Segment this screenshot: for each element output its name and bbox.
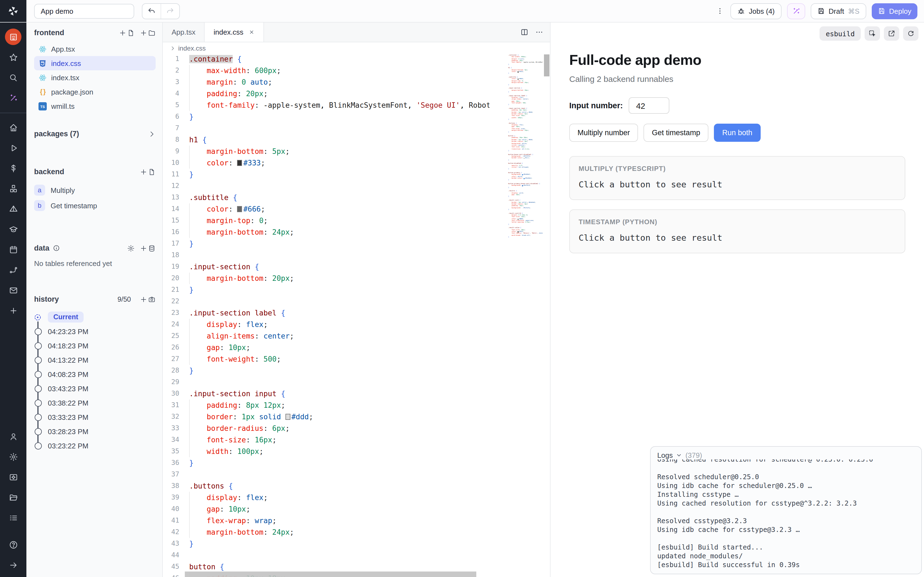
runs-item[interactable]: [5, 140, 21, 156]
runtime-badge[interactable]: esbuild: [820, 26, 861, 41]
line-number: 39: [163, 492, 187, 503]
file-item-index.css[interactable]: index.css: [34, 56, 156, 70]
home-item[interactable]: [5, 119, 21, 136]
code-line: 35 width: 100px;: [163, 446, 489, 457]
timeline-circle-icon: [35, 399, 42, 406]
code-area[interactable]: 1.container {2 max-width: 600px;3 margin…: [163, 53, 550, 577]
history-current-row[interactable]: Current: [34, 310, 156, 324]
timeline-circle-icon: [35, 428, 42, 435]
line-number: 45: [163, 561, 187, 572]
vertical-scrollbar[interactable]: [544, 55, 549, 76]
line-number: 25: [163, 330, 187, 342]
line-number: 46: [163, 572, 187, 577]
history-entry[interactable]: 04:18:23 PM: [34, 338, 156, 353]
minimap[interactable]: .container { max-width: 600px; margin: 0…: [508, 53, 543, 577]
file-item-App.tsx[interactable]: App.tsx: [34, 42, 156, 56]
triggers-item[interactable]: [5, 201, 21, 217]
packages-expand-button[interactable]: [148, 130, 156, 138]
search-item[interactable]: [5, 69, 21, 86]
line-number: 6: [163, 111, 187, 122]
add-file-button[interactable]: [119, 29, 135, 37]
deploy-button[interactable]: Deploy: [871, 3, 918, 19]
log-line: [esbuild] Build successful in 0.39s: [657, 561, 915, 569]
jobs-button[interactable]: Jobs (4): [730, 3, 781, 19]
horizontal-scrollbar[interactable]: [185, 572, 476, 577]
code-line: 11}: [163, 169, 489, 180]
tab-App.tsx[interactable]: App.tsx: [163, 22, 205, 42]
run-both-button[interactable]: Run both: [714, 124, 761, 142]
get-timestamp-button[interactable]: Get timestamp: [644, 124, 709, 142]
inbox-item[interactable]: [5, 282, 21, 298]
favorites-item[interactable]: [5, 49, 21, 65]
snapshot-button[interactable]: [140, 295, 156, 303]
variables-item[interactable]: [5, 160, 21, 176]
logs-header[interactable]: Logs (379): [657, 451, 915, 459]
create-item[interactable]: [5, 302, 21, 319]
input-number-field[interactable]: 42: [629, 97, 670, 114]
workers-item[interactable]: [5, 469, 21, 485]
history-entry[interactable]: 03:23:22 PM: [34, 438, 156, 453]
redo-button[interactable]: [161, 3, 179, 18]
editor-tabbar: App.tsxindex.css: [163, 22, 550, 42]
backend-item-multiply[interactable]: aMultiply: [34, 182, 156, 198]
app-editor-item[interactable]: [5, 29, 21, 45]
file-item-package.json[interactable]: { }package.json: [34, 85, 156, 99]
settings-item[interactable]: [5, 448, 21, 465]
code-line: 6}: [163, 111, 489, 122]
resources-item[interactable]: [5, 180, 21, 197]
folders-item[interactable]: [5, 489, 21, 506]
windmill-logo[interactable]: [0, 0, 26, 22]
account-item[interactable]: [5, 428, 21, 445]
history-entry[interactable]: 03:33:23 PM: [34, 410, 156, 424]
close-icon[interactable]: [248, 29, 254, 35]
dashed-circle-icon: [34, 313, 42, 321]
select-mode-button[interactable]: [864, 26, 880, 41]
file-name: package.json: [51, 88, 93, 96]
schedules-item[interactable]: [5, 241, 21, 258]
wand-icon: [792, 7, 800, 15]
line-number: 24: [163, 319, 187, 330]
history-entry[interactable]: 03:43:23 PM: [34, 381, 156, 396]
history-entry[interactable]: 03:38:22 PM: [34, 396, 156, 410]
tab-label: App.tsx: [171, 28, 195, 36]
audit-logs-item[interactable]: [5, 509, 21, 526]
history-entry[interactable]: 03:28:23 PM: [34, 424, 156, 438]
add-table-button[interactable]: [140, 244, 156, 252]
history-entry[interactable]: 04:13:22 PM: [34, 353, 156, 367]
open-external-button[interactable]: [884, 26, 899, 41]
log-line: Installing csstype …: [657, 490, 915, 499]
code-line: 20 margin-bottom: 20px;: [163, 272, 489, 284]
file-item-index.tsx[interactable]: index.tsx: [34, 70, 156, 85]
refresh-button[interactable]: [903, 26, 919, 41]
timeline-circle-icon: [35, 356, 42, 364]
split-editor-button[interactable]: [520, 28, 528, 36]
history-entry[interactable]: 04:23:23 PM: [34, 324, 156, 338]
redo-icon: [166, 7, 174, 15]
app-name-input[interactable]: App demo: [34, 3, 134, 18]
logs-body: Using cached resolution for scheduler@ 0…: [657, 459, 915, 569]
draft-button[interactable]: Draft ⌘S: [811, 3, 866, 19]
log-line: Using idb cache for scheduler@0.25.0 …: [657, 481, 915, 490]
add-folder-button[interactable]: [140, 29, 156, 37]
backend-item-get-timestamp[interactable]: bGet timestamp: [34, 198, 156, 213]
history-entry[interactable]: 04:08:23 PM: [34, 367, 156, 381]
collapse-item[interactable]: [5, 557, 21, 573]
file-item-wmill.ts[interactable]: TSwmill.ts: [34, 99, 156, 113]
code-line: 28}: [163, 365, 489, 376]
chevron-down-icon: [676, 452, 682, 458]
breadcrumb[interactable]: index.css: [163, 42, 550, 54]
learn-item[interactable]: [5, 221, 21, 237]
ai-item[interactable]: [5, 90, 21, 106]
editor-more-button[interactable]: [535, 28, 543, 36]
more-menu-button[interactable]: [715, 6, 725, 15]
ai-assistant-button[interactable]: [787, 3, 805, 19]
add-runnable-button[interactable]: [140, 168, 156, 176]
help-item[interactable]: [5, 536, 21, 553]
flows-item[interactable]: [5, 261, 21, 278]
runnable-badge: a: [34, 185, 45, 196]
data-settings-button[interactable]: [127, 244, 135, 252]
multiply-number-button[interactable]: Multiply number: [569, 124, 638, 142]
undo-button[interactable]: [142, 3, 161, 18]
tab-index.css[interactable]: index.css: [205, 22, 264, 42]
timeline-circle-icon: [35, 328, 42, 335]
